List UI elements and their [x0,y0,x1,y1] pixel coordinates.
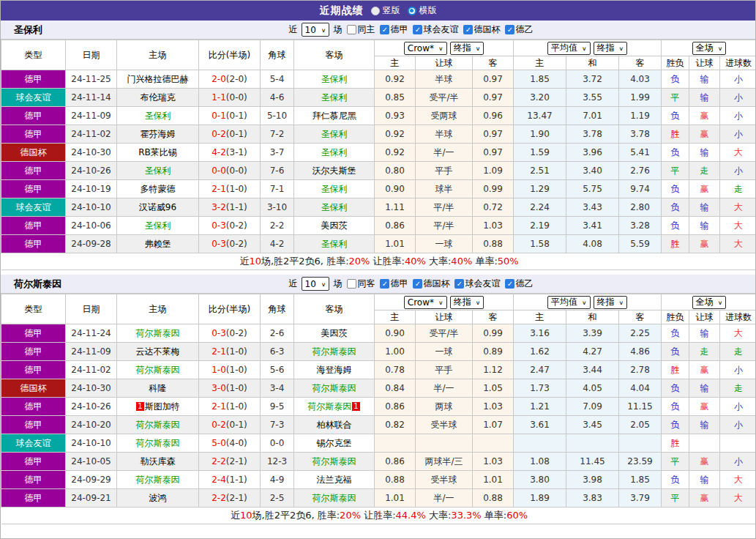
score-link[interactable]: 2-0(2-0) [212,74,247,84]
home-team-link[interactable]: 弗赖堡 [145,239,171,249]
away-team-link[interactable]: 圣保利 [321,184,348,194]
league-checkbox-1[interactable]: 德甲 [380,278,408,290]
score-link[interactable]: 3-0(1-0) [212,383,247,393]
checkbox-checked-icon[interactable] [380,25,389,34]
league-checkbox-3[interactable]: 球会友谊 [454,278,500,290]
home-team-link[interactable]: 荷尔斯泰因 [136,438,180,448]
checkbox-checked-icon[interactable] [380,279,389,289]
away-team-link[interactable]: 美因茨 [321,220,348,231]
away-team-link[interactable]: 拜仁慕尼黑 [312,111,356,121]
away-team-link[interactable]: 圣保利 [321,239,348,249]
average-select[interactable]: 平均值∨ [547,296,591,309]
away-team-link[interactable]: 圣保利 [321,129,348,139]
match-count-select[interactable]: 10∨ [302,277,330,291]
checkbox-checked-icon[interactable] [454,279,464,289]
away-team-link[interactable]: 圣保利 [321,147,348,157]
home-team-link[interactable]: 霍芬海姆 [141,129,176,139]
result-outcome: 负 [662,343,689,361]
checkbox-unchecked-icon[interactable] [347,25,356,34]
league-checkbox-2[interactable]: 德国杯 [413,278,449,290]
checkbox-checked-icon[interactable] [413,279,422,289]
score-link[interactable]: 0-1(0-1) [212,111,247,121]
checkbox-unchecked-icon[interactable] [347,279,356,289]
league-checkbox-1[interactable]: 德甲 [380,23,408,36]
checkbox-checked-icon[interactable] [505,279,514,289]
avg-away-odds: 3.79 [619,489,662,508]
result-goals: 走 [720,343,756,361]
average-select[interactable]: 平均值∨ [547,42,591,55]
checkbox-checked-icon[interactable] [463,25,473,34]
away-team-link[interactable]: 荷尔斯泰因 [307,401,351,412]
away-team-link[interactable]: 荷尔斯泰因 [312,383,356,393]
home-team-link[interactable]: RB莱比锡 [138,147,177,157]
league-checkbox-4[interactable]: 德乙 [505,23,533,36]
away-team-link[interactable]: 海登海姆 [317,365,352,375]
home-team-link[interactable]: 波鸿 [149,493,167,503]
score-link[interactable]: 3-2(1-1) [212,202,247,212]
final-index-select[interactable]: 终指∨ [450,42,484,55]
away-team-link[interactable]: 圣保利 [321,202,348,212]
avg-home-odds: 1.59 [514,144,566,162]
home-team-link[interactable]: 荷尔斯泰因 [136,475,180,485]
score-link[interactable]: 0-0(0-0) [212,166,247,176]
score-link[interactable]: 0-2(0-1) [212,129,247,139]
home-team-link[interactable]: 勒沃库森 [141,456,176,466]
away-team-link[interactable]: 荷尔斯泰因 [312,346,356,357]
score-link[interactable]: 2-2(2-1) [212,493,247,503]
home-team-link[interactable]: 多特蒙德 [141,184,176,194]
score-link[interactable]: 1-0(1-0) [212,365,247,375]
home-team-link[interactable]: 门兴格拉德巴赫 [127,74,189,84]
score-link[interactable]: 5-0(4-0) [212,438,247,448]
checkbox-checked-icon[interactable] [505,25,514,34]
score-link[interactable]: 2-1(1-0) [212,184,247,194]
home-team-link[interactable]: 荷尔斯泰因 [136,328,180,338]
away-team-link[interactable]: 法兰克福 [317,475,352,485]
home-team-link[interactable]: 斯图加特 [145,401,180,412]
home-team-link[interactable]: 荷尔斯泰因 [136,420,180,430]
layout-vertical-option[interactable]: 竖版 [371,4,400,17]
score-link[interactable]: 0-3(0-2) [212,239,247,249]
bookmaker-select[interactable]: Crow*∨ [404,42,447,55]
home-team-link[interactable]: 科隆 [149,383,167,393]
score-link[interactable]: 4-2(3-1) [212,147,247,157]
home-team-link[interactable]: 布伦瑞克 [141,92,176,103]
score-link[interactable]: 2-2(2-1) [212,456,247,466]
score-link[interactable]: 2-1(1-0) [212,346,247,357]
score-link[interactable]: 0-3(0-2) [212,220,247,231]
score-link[interactable]: 1-1(0-0) [212,92,247,103]
home-team-link[interactable]: 圣保利 [145,166,171,176]
home-team-link[interactable]: 汉诺威96 [139,202,176,212]
away-team-link[interactable]: 柏林联合 [317,420,352,430]
final-index-select[interactable]: 终指∨ [450,296,484,309]
league-checkbox-3[interactable]: 德国杯 [463,23,500,36]
final-index-select-2[interactable]: 终指∨ [594,42,628,55]
away-team-link[interactable]: 锡尔克堡 [317,438,352,448]
same-venue-checkbox[interactable]: 同客 [347,278,375,290]
radio-unchecked-icon[interactable] [371,7,380,15]
score-link[interactable]: 2-1(1-0) [212,401,247,412]
same-venue-checkbox[interactable]: 同主 [347,23,375,36]
final-index-select-2[interactable]: 终指∨ [594,296,628,309]
score-link[interactable]: 2-4(1-1) [212,475,247,485]
away-team-link[interactable]: 圣保利 [321,92,348,103]
away-team-link[interactable]: 圣保利 [321,74,348,84]
away-team-link[interactable]: 荷尔斯泰因 [312,493,356,503]
checkbox-checked-icon[interactable] [413,25,422,34]
away-team-link[interactable]: 沃尔夫斯堡 [312,166,356,176]
score-link[interactable]: 0-2(0-1) [212,420,247,430]
full-match-select[interactable]: 全场∨ [692,42,727,55]
home-team-link[interactable]: 云达不莱梅 [136,346,180,357]
full-match-select[interactable]: 全场∨ [692,296,727,309]
away-team-link[interactable]: 荷尔斯泰因 [312,456,356,466]
home-team-link[interactable]: 圣保利 [145,111,171,121]
score-link[interactable]: 0-3(0-2) [212,328,247,338]
radio-checked-icon[interactable] [408,7,416,15]
away-team-link[interactable]: 美因茨 [321,328,348,338]
bookmaker-select[interactable]: Crow*∨ [404,296,447,309]
match-count-select[interactable]: 10∨ [302,23,330,37]
league-checkbox-4[interactable]: 德乙 [505,278,533,290]
home-team-link[interactable]: 圣保利 [145,220,171,231]
home-team-link[interactable]: 荷尔斯泰因 [136,365,180,375]
layout-horizontal-option[interactable]: 横版 [408,4,437,17]
league-checkbox-2[interactable]: 球会友谊 [413,23,458,36]
